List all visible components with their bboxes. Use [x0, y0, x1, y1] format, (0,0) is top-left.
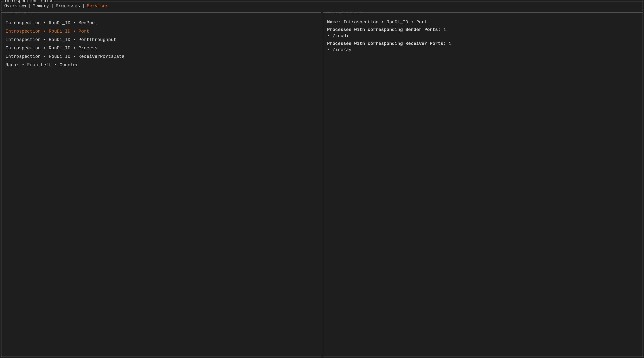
service-details-title: Service Details	[325, 13, 364, 15]
sender-ports-items: • /roudi	[327, 32, 639, 40]
separator-2: |	[51, 4, 54, 9]
receiver-port-item: • /iceray	[327, 46, 639, 54]
tab-overview[interactable]: Overview	[4, 4, 26, 9]
list-item[interactable]: Introspection • RouDi_ID • PortThroughpu…	[6, 36, 317, 44]
sender-ports-section: Processes with corresponding Sender Port…	[327, 27, 639, 40]
service-details-content: Name: Introspection • RouDi_ID • Port Pr…	[323, 15, 643, 58]
list-item[interactable]: Radar • FrontLeft • Counter	[6, 61, 317, 69]
list-item[interactable]: Introspection • RouDi_ID • MemPool	[6, 19, 317, 27]
sender-ports-label: Processes with corresponding Sender Port…	[327, 27, 441, 32]
receiver-ports-items: • /iceray	[327, 46, 639, 54]
receiver-ports-count: 1	[449, 41, 452, 46]
list-item[interactable]: Introspection • RouDi_ID • Port	[6, 27, 317, 36]
sender-ports-count: 1	[443, 27, 446, 32]
service-details-panel: Service Details Name: Introspection • Ro…	[323, 13, 643, 357]
main-content: Service List Introspection • RouDi_ID • …	[1, 13, 643, 357]
receiver-ports-section: Processes with corresponding Receiver Po…	[327, 41, 639, 54]
receiver-ports-label: Processes with corresponding Receiver Po…	[327, 41, 446, 46]
app-container: Introspection Topics Overview | Memory |…	[0, 0, 644, 358]
name-label: Name:	[327, 20, 341, 25]
nav-panel: Introspection Topics Overview | Memory |…	[1, 1, 643, 11]
nav-tabs: Overview | Memory | Processes | Services	[4, 4, 640, 9]
separator-1: |	[28, 4, 31, 9]
service-list-title: Service List	[4, 13, 34, 15]
tab-memory[interactable]: Memory	[33, 4, 49, 9]
list-item[interactable]: Introspection • RouDi_ID • Process	[6, 44, 317, 53]
tab-processes[interactable]: Processes	[56, 4, 80, 9]
sender-port-item: • /roudi	[327, 32, 639, 40]
tab-services[interactable]: Services	[87, 4, 108, 9]
separator-3: |	[82, 4, 85, 9]
name-value: Introspection • RouDi_ID • Port	[344, 20, 427, 25]
list-item[interactable]: Introspection • RouDi_ID • ReceiverPorts…	[6, 53, 317, 61]
nav-panel-title: Introspection Topics	[4, 0, 54, 3]
detail-name-line: Name: Introspection • RouDi_ID • Port	[327, 19, 639, 26]
service-list-content: Introspection • RouDi_ID • MemPoolIntros…	[2, 15, 321, 73]
service-list-panel: Service List Introspection • RouDi_ID • …	[1, 13, 321, 357]
